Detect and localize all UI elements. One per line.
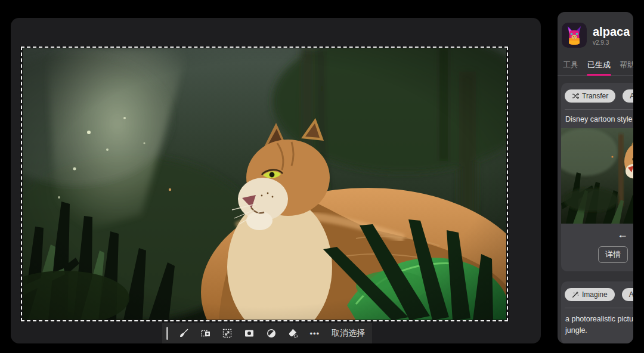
add-selection-icon	[200, 328, 211, 339]
selection-toolbar: ••• 取消选择	[162, 323, 372, 343]
pill-row: Transfer Alp	[561, 83, 633, 109]
details-button[interactable]: 详情	[598, 246, 628, 263]
invert-icon	[266, 328, 277, 339]
mask-icon	[244, 328, 255, 339]
panel-tabs: 工具 已生成 帮助	[558, 57, 633, 76]
cougar-jungle-artwork	[22, 48, 507, 320]
transform-selection-icon	[222, 328, 233, 339]
shuffle-icon	[572, 92, 579, 100]
more-dots-icon: •••	[309, 329, 320, 338]
generative-fill-button[interactable]	[282, 323, 304, 343]
mask-button[interactable]	[239, 323, 261, 343]
tab-tools[interactable]: 工具	[562, 57, 579, 75]
brush-icon	[178, 328, 189, 339]
pill-row: Imagine Alp	[561, 281, 633, 307]
prompt-text: a photorealistic pictur jungle.	[561, 308, 633, 343]
tab-help[interactable]: 帮助	[619, 57, 633, 75]
model-pill[interactable]: Alp	[623, 89, 633, 103]
app-title: alpaca	[593, 25, 630, 38]
imagine-pill[interactable]: Imagine	[565, 288, 615, 301]
active-tab-underline	[587, 74, 611, 76]
style-label: Disney cartoon style	[561, 110, 633, 128]
back-arrow-icon[interactable]: ←	[617, 228, 628, 240]
app-version: v2.9.3	[593, 39, 630, 46]
brush-button[interactable]	[173, 323, 195, 343]
paint-bucket-icon	[287, 328, 298, 339]
alpaca-logo-icon	[562, 23, 587, 48]
transform-selection-button[interactable]	[216, 323, 239, 343]
deselect-button[interactable]: 取消选择	[332, 328, 372, 339]
alpaca-plugin-panel: alpaca v2.9.3 工具 已生成 帮助 Transfer	[558, 12, 633, 343]
panel-header: alpaca v2.9.3	[558, 12, 633, 48]
thumbnail-nav-row: ←	[561, 224, 633, 246]
model-pill[interactable]: Alp	[622, 288, 633, 301]
more-options-button[interactable]: •••	[304, 323, 326, 343]
generation-thumbnail[interactable]	[561, 128, 633, 224]
toolbar-drag-handle[interactable]	[166, 327, 168, 340]
add-to-selection-button[interactable]	[195, 323, 217, 343]
imagine-generation-card: Imagine Alp a photorealistic pictur jung…	[561, 281, 633, 343]
magic-wand-icon	[572, 291, 579, 298]
invert-button[interactable]	[260, 323, 282, 343]
transfer-generation-card: Transfer Alp Disney cartoon style	[561, 83, 633, 271]
editor-window: ••• 取消选择	[11, 18, 541, 343]
transfer-pill[interactable]: Transfer	[565, 89, 615, 103]
tab-generated[interactable]: 已生成	[587, 57, 611, 75]
canvas-image[interactable]	[22, 48, 507, 320]
